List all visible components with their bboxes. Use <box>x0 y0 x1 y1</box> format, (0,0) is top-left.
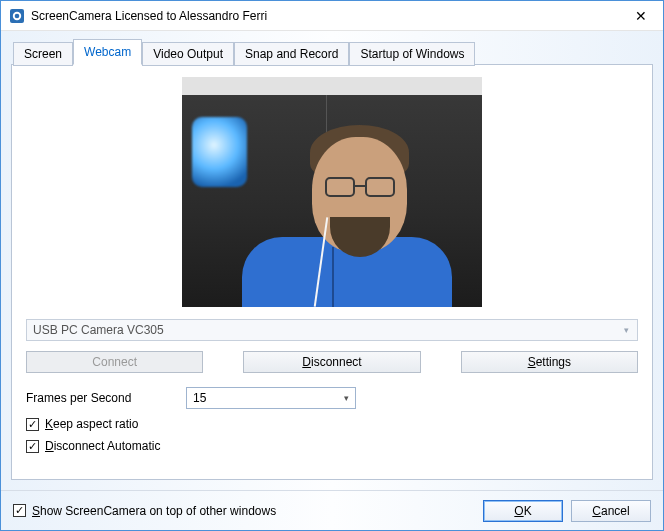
disconnect-auto-row: ✓ Disconnect Automatic <box>26 439 638 453</box>
close-icon: ✕ <box>635 8 647 24</box>
fps-row: Frames per Second 15 ▾ <box>26 387 638 409</box>
button-label: Connect <box>92 355 137 369</box>
button-row: Connect Disconnect Settings <box>26 351 638 373</box>
show-on-top-checkbox[interactable]: ✓ <box>13 504 26 517</box>
button-label: OK <box>514 504 531 518</box>
tab-video-output[interactable]: Video Output <box>142 42 234 66</box>
footer: ✓ Show ScreenCamera on top of other wind… <box>1 490 663 530</box>
disconnect-auto-label: Disconnect Automatic <box>45 439 160 453</box>
chevron-down-icon: ▾ <box>344 393 349 403</box>
tab-label: Startup of Windows <box>360 47 464 61</box>
tab-label: Webcam <box>84 45 131 59</box>
device-select[interactable]: USB PC Camera VC305 ▾ <box>26 319 638 341</box>
connect-button: Connect <box>26 351 203 373</box>
disconnect-auto-checkbox[interactable]: ✓ <box>26 440 39 453</box>
tab-startup-of-windows[interactable]: Startup of Windows <box>349 42 475 66</box>
show-on-top-label: Show ScreenCamera on top of other window… <box>32 504 276 518</box>
disconnect-button[interactable]: Disconnect <box>243 351 420 373</box>
tab-screen[interactable]: Screen <box>13 42 73 66</box>
svg-point-2 <box>15 13 20 18</box>
cancel-button[interactable]: Cancel <box>571 500 651 522</box>
preview-container <box>26 77 638 307</box>
ok-button[interactable]: OK <box>483 500 563 522</box>
settings-button[interactable]: Settings <box>461 351 638 373</box>
window-title: ScreenCamera Licensed to Alessandro Ferr… <box>31 9 621 23</box>
check-icon: ✓ <box>28 441 37 452</box>
webcam-preview <box>182 77 482 307</box>
button-label: Settings <box>528 355 571 369</box>
tab-snap-and-record[interactable]: Snap and Record <box>234 42 349 66</box>
tab-label: Video Output <box>153 47 223 61</box>
keep-aspect-label: Keep aspect ratio <box>45 417 138 431</box>
tabstrip: Screen Webcam Video Output Snap and Reco… <box>11 39 653 65</box>
keep-aspect-row: ✓ Keep aspect ratio <box>26 417 638 431</box>
tabpanel-webcam: USB PC Camera VC305 ▾ Connect Disconnect… <box>11 64 653 480</box>
check-icon: ✓ <box>28 419 37 430</box>
tab-webcam[interactable]: Webcam <box>73 39 142 65</box>
chevron-down-icon: ▾ <box>624 325 629 335</box>
close-button[interactable]: ✕ <box>621 2 661 30</box>
fps-label: Frames per Second <box>26 391 186 405</box>
device-select-value: USB PC Camera VC305 <box>33 323 164 337</box>
app-window: ScreenCamera Licensed to Alessandro Ferr… <box>0 0 664 531</box>
button-label: Cancel <box>592 504 629 518</box>
client-area: Screen Webcam Video Output Snap and Reco… <box>1 31 663 490</box>
check-icon: ✓ <box>15 505 24 516</box>
button-label: Disconnect <box>302 355 361 369</box>
tab-label: Snap and Record <box>245 47 338 61</box>
fps-select[interactable]: 15 ▾ <box>186 387 356 409</box>
keep-aspect-checkbox[interactable]: ✓ <box>26 418 39 431</box>
app-icon <box>9 8 25 24</box>
fps-value: 15 <box>193 391 206 405</box>
tab-label: Screen <box>24 47 62 61</box>
titlebar: ScreenCamera Licensed to Alessandro Ferr… <box>1 1 663 31</box>
